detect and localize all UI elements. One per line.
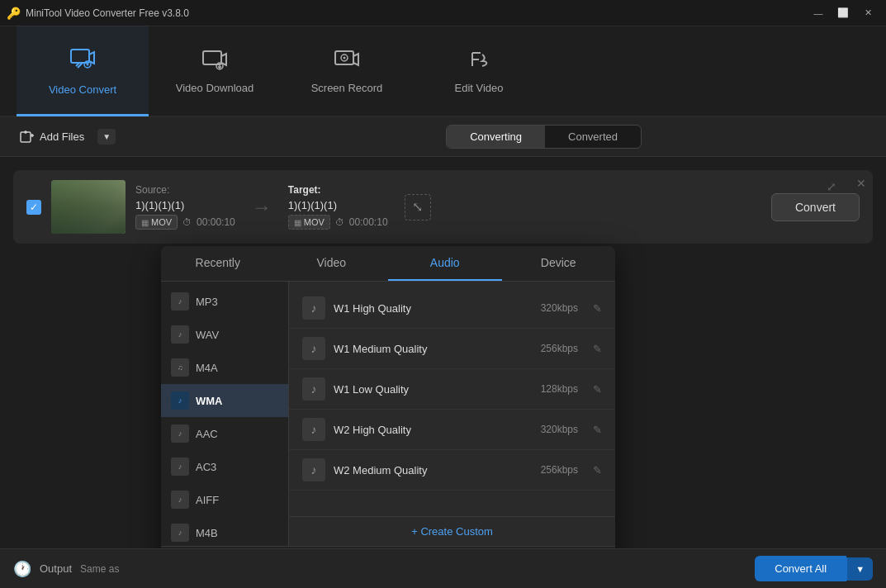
w1-low-icon: ♪ [302,377,325,401]
format-sidebar-m4a[interactable]: ♫ M4A [161,351,288,384]
minimize-button[interactable]: — [807,5,830,21]
source-info: Source: 1)(1)(1)(1) ▦ MOV ⏱ 00:00:10 [135,184,235,230]
nav-tab-screen-record-label: Screen Record [311,82,383,94]
target-format: ▦ MOV ⏱ 00:00:10 [288,215,388,230]
convert-all-button[interactable]: Convert All [755,556,846,581]
arrow-separator: → [252,196,272,219]
format-tab-recently[interactable]: Recently [161,246,275,281]
format-sidebar-m4b[interactable]: ♪ M4B [161,516,288,546]
convert-all-group: Convert All ▼ [755,556,873,581]
window-controls: — ⬜ ✕ [807,5,879,21]
source-format-badge: ▦ MOV [135,215,178,230]
w1-medium-edit-icon[interactable]: ✎ [593,343,602,355]
video-convert-icon [69,45,96,77]
source-format: ▦ MOV ⏱ 00:00:10 [135,215,235,230]
file-checkbox[interactable]: ✓ [26,200,41,215]
convert-all-dropdown-arrow[interactable]: ▼ [846,557,873,581]
format-tab-video[interactable]: Video [275,246,389,281]
video-download-icon [201,46,228,75]
titlebar: 🔑 MiniTool Video Converter Free v3.8.0 —… [0,0,886,26]
format-list: ♪ W1 High Quality 320kbps ✎ ♪ W1 Medium … [289,282,615,516]
w2-medium-icon: ♪ [302,458,325,481]
format-sidebar: ♪ MP3 ♪ WAV ♫ M4A ♪ WMA ♪ AAC [161,282,289,546]
format-entry-w1-high[interactable]: ♪ W1 High Quality 320kbps ✎ [289,288,615,329]
nav-tab-edit-video-label: Edit Video [454,82,503,94]
create-custom-button[interactable]: + Create Custom [411,525,493,538]
format-body: ♪ MP3 ♪ WAV ♫ M4A ♪ WMA ♪ AAC [161,282,615,546]
w1-high-edit-icon[interactable]: ✎ [593,302,602,315]
nav-tab-video-download-label: Video Download [176,82,253,94]
m4b-icon: ♪ [171,524,189,542]
output-label: Output [40,562,72,575]
source-label: Source: [135,184,235,196]
screen-record-icon [334,46,360,75]
add-files-label: Add Files [40,130,84,143]
edit-video-icon [466,46,492,75]
add-files-icon [20,130,35,145]
output-path: Same as [80,563,410,575]
format-entry-w2-medium[interactable]: ♪ W2 Medium Quality 256kbps ✎ [289,450,615,491]
app-logo: 🔑 [7,7,21,20]
card-expand-button[interactable]: ⤢ [823,177,840,197]
target-format-badge[interactable]: ▦ MOV [288,215,330,230]
mp3-icon: ♪ [171,292,189,311]
file-info: Source: 1)(1)(1)(1) ▦ MOV ⏱ 00:00:10 → T… [135,184,761,230]
converted-tab-button[interactable]: Converted [545,126,641,148]
w2-high-edit-icon[interactable]: ✎ [593,424,602,436]
w1-low-edit-icon[interactable]: ✎ [593,383,602,396]
nav-tab-video-convert[interactable]: Video Convert [17,26,149,116]
app-title: MiniTool Video Converter Free v3.8.0 [26,7,807,19]
format-dropdown: Recently Video Audio Device ♪ MP3 ♪ [161,246,615,548]
card-close-button[interactable]: ✕ [856,177,866,190]
aiff-icon: ♪ [171,491,189,509]
format-footer: + Create Custom [289,516,615,546]
file-card: ✓ Source: 1)(1)(1)(1) ▦ MOV ⏱ 00:00:10 → [13,170,873,244]
convert-button[interactable]: Convert [771,193,860,221]
format-tabs: Recently Video Audio Device [161,246,615,282]
main-content: ✓ Source: 1)(1)(1)(1) ▦ MOV ⏱ 00:00:10 → [0,157,886,548]
w2-medium-edit-icon[interactable]: ✎ [593,464,602,477]
format-sidebar-wav[interactable]: ♪ WAV [161,318,288,351]
target-label: Target: [288,184,388,196]
search-bar [161,546,615,548]
wma-icon: ♪ [171,391,189,410]
nav-bar: Video Convert Video Download Screen Reco… [0,26,886,117]
format-tab-device[interactable]: Device [502,246,616,281]
source-value: 1)(1)(1)(1) [135,199,235,211]
format-entry-w1-low[interactable]: ♪ W1 Low Quality 128kbps ✎ [289,369,615,410]
bottom-bar: 🕐 Output Same as Convert All ▼ [0,548,886,588]
wav-icon: ♪ [171,325,189,344]
format-sidebar-mp3[interactable]: ♪ MP3 [161,285,288,318]
ac3-icon: ♪ [171,458,189,476]
target-info: Target: 1)(1)(1)(1) ▦ MOV ⏱ 00:00:10 [288,184,388,230]
format-tab-audio[interactable]: Audio [388,246,502,281]
toolbar: Add Files ▼ Converting Converted [0,117,886,157]
tab-switcher: Converting Converted [446,125,642,149]
w2-high-icon: ♪ [302,418,325,441]
output-clock-icon: 🕐 [13,560,31,578]
close-button[interactable]: ✕ [856,5,879,21]
format-sidebar-aiff[interactable]: ♪ AIFF [161,483,288,516]
format-entry-w1-medium[interactable]: ♪ W1 Medium Quality 256kbps ✎ [289,329,615,369]
svg-point-6 [344,56,346,59]
format-sidebar-aac[interactable]: ♪ AAC [161,417,288,450]
add-files-button[interactable]: Add Files [13,126,91,148]
card-actions: Convert [771,193,860,221]
restore-button[interactable]: ⬜ [832,5,855,21]
nav-tab-screen-record[interactable]: Screen Record [281,26,413,116]
file-thumbnail [51,180,126,234]
m4a-icon: ♫ [171,358,189,377]
nav-tab-video-download[interactable]: Video Download [149,26,281,116]
converting-tab-button[interactable]: Converting [447,126,545,148]
format-sidebar-ac3[interactable]: ♪ AC3 [161,450,288,483]
add-files-dropdown-button[interactable]: ▼ [97,129,116,145]
format-entry-w2-high[interactable]: ♪ W2 High Quality 320kbps ✎ [289,410,615,450]
format-sidebar-wma[interactable]: ♪ WMA [161,384,288,417]
aac-icon: ♪ [171,424,189,443]
nav-tab-video-convert-label: Video Convert [49,83,116,96]
w1-high-icon: ♪ [302,296,325,320]
format-list-container: ♪ W1 High Quality 320kbps ✎ ♪ W1 Medium … [289,282,615,546]
nav-tab-edit-video[interactable]: Edit Video [413,26,545,116]
target-select-icon[interactable]: ⤡ [405,194,431,220]
w1-medium-icon: ♪ [302,337,325,360]
